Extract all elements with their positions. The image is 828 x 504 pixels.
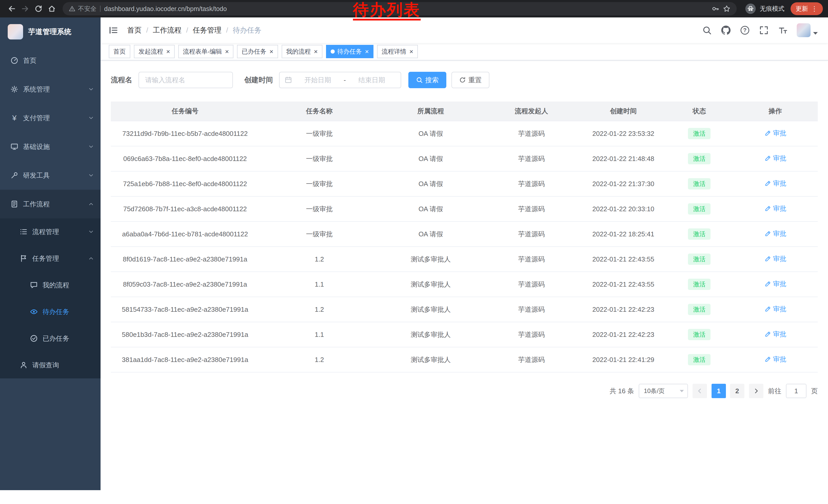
close-icon[interactable]: × <box>225 48 229 55</box>
sidebar-collapse-button[interactable] <box>108 25 119 36</box>
close-icon[interactable]: × <box>409 48 413 55</box>
app-logo[interactable]: 芋道管理系统 <box>0 17 100 46</box>
cell-name: 1.2 <box>259 246 380 272</box>
eye-icon <box>30 308 38 316</box>
tab-form-edit[interactable]: 流程表单-编辑× <box>178 45 234 58</box>
cell-time: 2022-01-21 22:43:55 <box>581 272 666 297</box>
sidebar-item-payment[interactable]: ¥支付管理 <box>0 103 100 132</box>
browser-back-button[interactable] <box>5 2 18 15</box>
tab-start-process[interactable]: 发起流程× <box>134 45 175 58</box>
tab-home[interactable]: 首页 <box>109 45 130 58</box>
sidebar-item-done-task[interactable]: 已办任务 <box>0 325 100 352</box>
close-icon[interactable]: × <box>269 48 273 55</box>
sidebar-item-system[interactable]: 系统管理 <box>0 75 100 103</box>
close-icon[interactable]: × <box>314 48 318 55</box>
status-badge: 激活 <box>688 203 710 214</box>
approve-link[interactable]: 审批 <box>764 179 786 188</box>
close-icon[interactable]: × <box>166 48 170 55</box>
cell-starter: 芋道源码 <box>482 171 581 196</box>
page-button-1[interactable]: 1 <box>711 384 726 398</box>
cell-process: OA 请假 <box>379 121 482 146</box>
search-icon[interactable] <box>702 25 712 35</box>
chat-icon <box>30 281 38 289</box>
date-range-picker[interactable]: 开始日期 - 结束日期 <box>279 72 401 88</box>
github-icon[interactable] <box>721 25 731 35</box>
tab-label: 已办任务 <box>242 47 266 56</box>
page-size-select[interactable]: 10条/页 <box>639 384 688 398</box>
cell-process: 测试多审批人 <box>379 297 482 322</box>
help-icon[interactable]: ? <box>740 25 750 35</box>
sidebar-item-leave-query[interactable]: 请假查询 <box>0 352 100 378</box>
sidebar-item-infra[interactable]: 基础设施 <box>0 132 100 161</box>
approve-link[interactable]: 审批 <box>764 229 786 238</box>
next-page-button[interactable] <box>749 384 763 398</box>
approve-link[interactable]: 审批 <box>764 254 786 263</box>
sidebar-item-home[interactable]: 首页 <box>0 46 100 75</box>
cell-name: 一级审批 <box>259 222 380 246</box>
sidebar-item-my-process[interactable]: 我的流程 <box>0 272 100 299</box>
task-table: 任务编号任务名称所属流程流程发起人创建时间状态操作 73211d9d-7b9b-… <box>111 101 818 372</box>
sidebar-item-label: 流程管理 <box>32 227 59 236</box>
approve-link[interactable]: 审批 <box>764 204 786 213</box>
table-row: 8f059c03-7ac8-11ec-a9e2-a2380e71991a1.1测… <box>111 272 818 297</box>
sidebar-item-task-manage[interactable]: 任务管理 <box>0 245 100 272</box>
cell-name: 1.2 <box>259 297 380 322</box>
browser-home-button[interactable] <box>45 2 58 15</box>
page-unit-label: 页 <box>811 386 818 396</box>
table-row: 069c6a63-7b8a-11ec-8ef0-acde48001122一级审批… <box>111 146 818 171</box>
approve-link[interactable]: 审批 <box>764 355 786 364</box>
menu-dots-icon[interactable]: ⋮ <box>811 5 818 13</box>
range-separator: - <box>344 76 346 84</box>
edit-icon <box>764 230 771 237</box>
breadcrumb-item[interactable]: 首页 <box>127 26 141 35</box>
approve-link[interactable]: 审批 <box>764 129 786 138</box>
cell-name: 一级审批 <box>259 196 380 222</box>
breadcrumb-item[interactable]: 任务管理 <box>193 26 222 35</box>
cell-id: 580e1b3d-7ac8-11ec-a9e2-a2380e71991a <box>111 322 259 347</box>
approve-label: 审批 <box>773 355 786 364</box>
gear-icon <box>10 85 18 93</box>
cell-status: 激活 <box>666 246 733 272</box>
close-icon[interactable]: × <box>365 48 369 55</box>
cell-starter: 芋道源码 <box>482 246 581 272</box>
approve-link[interactable]: 审批 <box>764 330 786 339</box>
name-filter-label: 流程名 <box>111 75 132 85</box>
sidebar-item-label: 已办任务 <box>43 334 69 343</box>
table-row: 725a1eb6-7b88-11ec-8ef0-acde48001122一级审批… <box>111 171 818 196</box>
fullscreen-icon[interactable] <box>759 25 769 35</box>
user-menu[interactable] <box>797 23 818 37</box>
sidebar-item-workflow[interactable]: 工作流程 <box>0 190 100 218</box>
table-row: 73211d9d-7b9b-11ec-b5b7-acde48001122一级审批… <box>111 121 818 146</box>
reset-button[interactable]: 重置 <box>451 72 489 88</box>
tab-done-task[interactable]: 已办任务× <box>237 45 278 58</box>
edit-icon <box>764 130 771 137</box>
bookmark-star-icon[interactable] <box>723 5 731 12</box>
sidebar-item-devtools[interactable]: 研发工具 <box>0 161 100 190</box>
approve-link[interactable]: 审批 <box>764 279 786 288</box>
browser-forward-button[interactable] <box>18 2 32 15</box>
update-button[interactable]: 更新 ⋮ <box>791 2 823 15</box>
prev-page-button[interactable] <box>693 384 707 398</box>
chevron-down-icon <box>88 115 94 121</box>
font-size-icon[interactable] <box>778 25 788 35</box>
goto-page-input[interactable] <box>786 384 806 398</box>
breadcrumb-item[interactable]: 工作流程 <box>153 26 181 35</box>
cell-status: 激活 <box>666 171 733 196</box>
flag-icon <box>19 254 28 263</box>
sidebar-item-process-manage[interactable]: 流程管理 <box>0 218 100 245</box>
cell-time: 2022-01-21 22:42:23 <box>581 297 666 322</box>
sidebar-menu: 首页系统管理¥支付管理基础设施研发工具工作流程流程管理任务管理我的流程待办任务已… <box>0 46 100 378</box>
key-icon[interactable] <box>711 5 719 12</box>
browser-refresh-button[interactable] <box>32 2 45 15</box>
tab-my-process[interactable]: 我的流程× <box>282 45 322 58</box>
edit-icon <box>764 155 771 162</box>
approve-link[interactable]: 审批 <box>764 305 786 314</box>
end-date-placeholder: 结束日期 <box>348 76 396 85</box>
page-button-2[interactable]: 2 <box>730 384 744 398</box>
tab-todo-task[interactable]: 待办任务× <box>326 45 373 58</box>
sidebar-item-todo-task[interactable]: 待办任务 <box>0 299 100 325</box>
tab-process-detail[interactable]: 流程详情× <box>377 45 418 58</box>
process-name-input[interactable] <box>138 72 233 88</box>
approve-link[interactable]: 审批 <box>764 154 786 163</box>
search-button[interactable]: 搜索 <box>408 72 446 88</box>
